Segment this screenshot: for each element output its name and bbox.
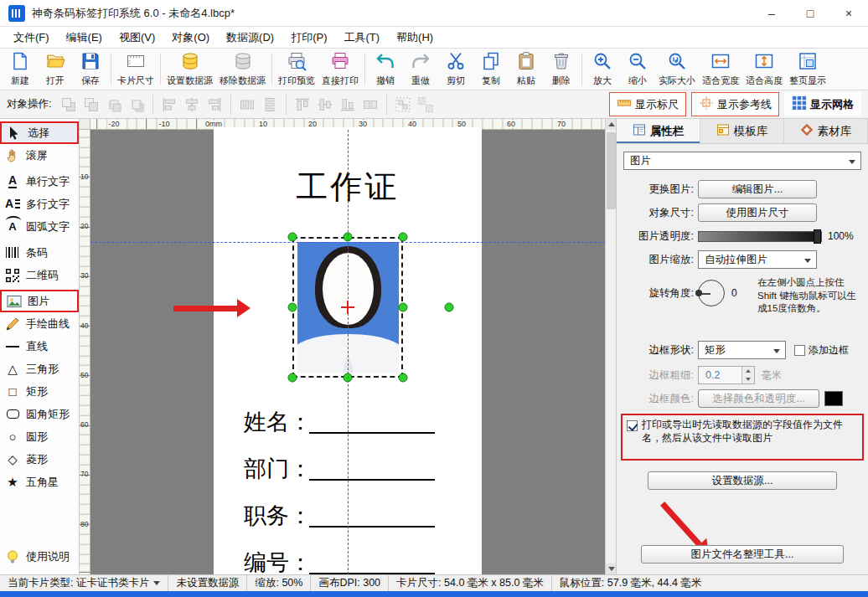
rotation-dial[interactable] [698, 280, 725, 306]
send-backward-icon[interactable] [127, 95, 147, 115]
tool-diamond[interactable]: ◇ 菱形 [0, 448, 79, 471]
fit-height-button[interactable]: 适合高度 [742, 49, 786, 89]
tool-circle[interactable]: ○ 圆形 [0, 425, 79, 448]
direct-print-button[interactable]: 直接打印 [318, 49, 362, 89]
scroll-up-button[interactable] [606, 119, 616, 130]
equal-size-icon[interactable] [360, 95, 380, 115]
save-button[interactable]: 保存 [73, 49, 108, 89]
spin-down-button[interactable] [742, 375, 754, 383]
rotate-handle[interactable] [445, 303, 454, 312]
redo-button[interactable]: 重做 [403, 49, 438, 89]
border-color-swatch[interactable] [824, 391, 843, 406]
show-guides-toggle[interactable]: 显示参考线 [691, 92, 779, 116]
menu-file[interactable]: 文件(F) [5, 28, 58, 48]
tool-select[interactable]: 选择 [0, 121, 79, 144]
edit-image-button[interactable]: 编辑图片... [698, 180, 817, 198]
cut-button[interactable]: 剪切 [438, 49, 473, 89]
tool-star[interactable]: ★ 五角星 [0, 471, 79, 493]
tab-asset-library[interactable]: 素材库 [784, 119, 868, 143]
border-color-button[interactable]: 选择颜色和透明度... [698, 389, 819, 408]
set-datasource-panel-button[interactable]: 设置数据源... [648, 471, 837, 490]
help-button[interactable]: 使用说明 [0, 545, 79, 568]
tool-pan[interactable]: 滚屏 [0, 144, 79, 167]
tool-image[interactable]: 图片 [0, 290, 79, 312]
scroll-thumb[interactable] [607, 132, 616, 209]
resize-handle-w[interactable] [288, 303, 297, 312]
tool-barcode[interactable]: 条码 [0, 241, 79, 264]
full-page-button[interactable]: 整页显示 [786, 49, 829, 89]
close-button[interactable]: × [829, 0, 868, 27]
remove-datasource-button[interactable]: 移除数据源 [216, 49, 269, 89]
field-name[interactable]: 姓名： [244, 407, 435, 437]
image-scale-select[interactable]: 自动拉伸图片 [698, 250, 817, 269]
bring-forward-icon[interactable] [104, 95, 124, 115]
zoom-in-button[interactable]: 放大 [585, 49, 620, 89]
print-preview-button[interactable]: 打印预览 [275, 49, 318, 89]
tab-template-library[interactable]: 模板库 [700, 119, 784, 143]
menu-print[interactable]: 打印(P) [282, 28, 335, 48]
copy-button[interactable]: 复制 [473, 49, 509, 89]
field-department[interactable]: 部门： [244, 454, 435, 484]
align-middle-icon[interactable] [315, 95, 335, 115]
tool-rect[interactable]: □ 矩形 [0, 380, 79, 403]
open-button[interactable]: 打开 [38, 49, 73, 89]
new-button[interactable]: 新建 [3, 49, 38, 89]
field-position[interactable]: 职务： [244, 501, 435, 531]
align-top-icon[interactable] [292, 95, 313, 115]
menu-tools[interactable]: 工具(T) [335, 28, 388, 48]
rotation-dial-dot[interactable] [695, 290, 702, 296]
card-size-button[interactable]: 卡片尺寸 [114, 49, 158, 89]
bring-to-front-icon[interactable] [59, 95, 79, 115]
distribute-v-icon[interactable] [260, 95, 280, 115]
filename-from-datasource-checkbox[interactable] [627, 420, 638, 431]
show-ruler-toggle[interactable]: 显示标尺 [609, 92, 686, 116]
resize-handle-e[interactable] [399, 303, 408, 312]
ungroup-icon[interactable] [416, 95, 436, 115]
resize-handle-nw[interactable] [288, 233, 297, 242]
opacity-slider[interactable] [698, 231, 822, 242]
add-border-checkbox[interactable] [794, 345, 805, 356]
status-card-type-dropdown[interactable]: 当前卡片类型: 证卡证书类卡片 [0, 575, 168, 591]
tool-single-line-text[interactable]: A 单行文字 [0, 170, 79, 193]
group-icon[interactable] [393, 95, 413, 115]
menu-view[interactable]: 视图(V) [111, 28, 163, 48]
align-left-icon[interactable] [159, 95, 179, 115]
spin-up-button[interactable] [742, 367, 754, 375]
tool-qrcode[interactable]: 二维码 [0, 264, 79, 286]
resize-handle-sw[interactable] [288, 373, 297, 383]
resize-handle-se[interactable] [399, 373, 408, 383]
border-width-spinner[interactable]: 0.2 [698, 366, 755, 384]
menu-object[interactable]: 对象(O) [163, 28, 218, 48]
menu-edit[interactable]: 编辑(E) [58, 28, 111, 48]
canvas-vertical-scrollbar[interactable] [605, 119, 616, 574]
undo-button[interactable]: 撤销 [368, 49, 403, 89]
zoom-out-button[interactable]: 缩小 [620, 49, 655, 89]
tool-arc-text[interactable]: A 圆弧文字 [0, 215, 79, 238]
align-right-icon[interactable] [204, 95, 225, 115]
tool-line[interactable]: 直线 [0, 335, 79, 358]
show-grid-toggle[interactable]: 显示网格 [784, 92, 861, 116]
tool-triangle[interactable]: △ 三角形 [0, 358, 79, 380]
fit-width-button[interactable]: 适合宽度 [699, 49, 742, 89]
align-center-h-icon[interactable] [182, 95, 202, 115]
tool-round-rect[interactable]: 圆角矩形 [0, 403, 79, 425]
use-image-size-button[interactable]: 使用图片尺寸 [698, 203, 817, 222]
actual-size-button[interactable]: 实际大小 [655, 49, 699, 89]
menu-datasource[interactable]: 数据源(D) [218, 28, 282, 48]
menu-help[interactable]: 帮助(H) [388, 28, 442, 48]
delete-button[interactable]: 删除 [544, 49, 579, 89]
border-shape-select[interactable]: 矩形 [698, 341, 786, 359]
scroll-down-button[interactable] [606, 564, 616, 574]
minimize-button[interactable]: – [752, 0, 791, 27]
field-number[interactable]: 编号： [244, 548, 435, 574]
resize-handle-ne[interactable] [399, 233, 408, 242]
distribute-h-icon[interactable] [237, 95, 257, 115]
align-bottom-icon[interactable] [338, 95, 358, 115]
tool-freehand[interactable]: 手绘曲线 [0, 312, 79, 335]
set-datasource-button[interactable]: 设置数据源 [163, 49, 216, 89]
object-type-select[interactable]: 图片 [623, 152, 861, 170]
paste-button[interactable]: 粘贴 [509, 49, 544, 89]
send-to-back-icon[interactable] [81, 95, 101, 115]
tab-properties[interactable]: 属性栏 [617, 119, 700, 143]
maximize-button[interactable]: □ [791, 0, 829, 27]
